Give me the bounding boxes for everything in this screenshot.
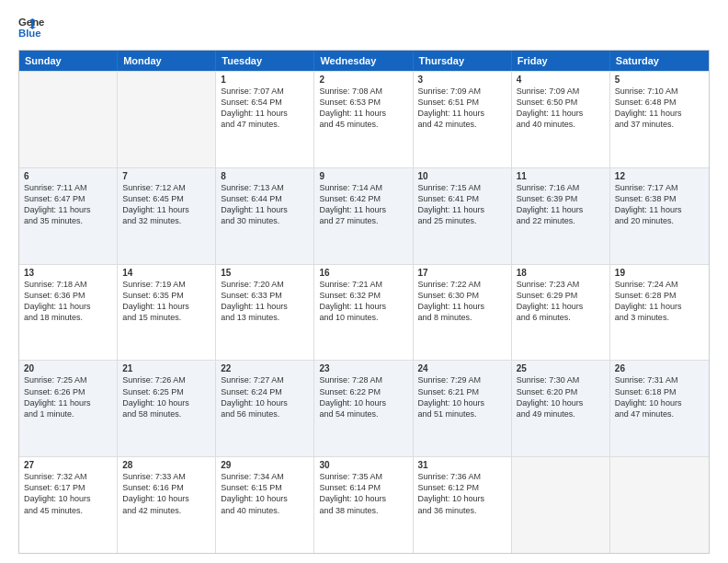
cell-line: and 15 minutes.: [122, 312, 210, 323]
cal-cell-day-14: 14Sunrise: 7:19 AMSunset: 6:35 PMDayligh…: [118, 265, 216, 361]
logo-icon: General Blue: [18, 15, 44, 40]
cal-cell-day-6: 6Sunrise: 7:11 AMSunset: 6:47 PMDaylight…: [19, 168, 118, 264]
calendar-row-2: 6Sunrise: 7:11 AMSunset: 6:47 PMDaylight…: [19, 167, 709, 264]
day-number: 24: [418, 363, 506, 373]
cell-line: Daylight: 11 hours: [418, 204, 506, 215]
header-day-wednesday: Wednesday: [314, 51, 413, 71]
cal-cell-day-9: 9Sunrise: 7:14 AMSunset: 6:42 PMDaylight…: [314, 168, 413, 264]
cell-line: and 54 minutes.: [319, 408, 407, 419]
cal-cell-day-18: 18Sunrise: 7:23 AMSunset: 6:29 PMDayligh…: [512, 265, 610, 361]
cal-cell-empty: [19, 72, 118, 167]
header-day-saturday: Saturday: [610, 51, 709, 71]
cell-line: Daylight: 11 hours: [615, 108, 704, 119]
cell-line: Sunrise: 7:19 AM: [122, 279, 210, 290]
day-number: 18: [517, 268, 605, 278]
cell-line: Sunset: 6:30 PM: [418, 290, 506, 301]
cell-line: Sunrise: 7:33 AM: [122, 471, 210, 482]
day-number: 13: [24, 268, 112, 278]
calendar-header-row: SundayMondayTuesdayWednesdayThursdayFrid…: [19, 51, 709, 71]
cell-line: and 25 minutes.: [418, 215, 506, 226]
cal-cell-empty: [512, 457, 610, 553]
cal-cell-day-21: 21Sunrise: 7:26 AMSunset: 6:25 PMDayligh…: [118, 361, 216, 456]
cell-line: Sunset: 6:16 PM: [122, 482, 210, 493]
header-day-monday: Monday: [118, 51, 216, 71]
cell-line: Sunrise: 7:26 AM: [122, 374, 210, 385]
cell-line: and 40 minutes.: [221, 505, 309, 516]
day-number: 1: [221, 75, 309, 85]
cell-line: and 3 minutes.: [615, 312, 704, 323]
cell-line: Sunset: 6:18 PM: [615, 386, 704, 397]
cal-cell-day-28: 28Sunrise: 7:33 AMSunset: 6:16 PMDayligh…: [118, 457, 216, 553]
cell-line: Sunrise: 7:09 AM: [418, 86, 506, 97]
cell-line: Sunrise: 7:28 AM: [319, 374, 407, 385]
cell-line: Daylight: 10 hours: [122, 397, 210, 408]
cell-line: and 37 minutes.: [615, 119, 704, 130]
cell-line: and 20 minutes.: [615, 215, 704, 226]
cell-line: and 42 minutes.: [418, 119, 506, 130]
cell-line: and 36 minutes.: [418, 505, 506, 516]
cell-line: Sunrise: 7:17 AM: [615, 182, 704, 193]
cell-line: Sunrise: 7:16 AM: [517, 182, 605, 193]
cell-line: Sunrise: 7:10 AM: [615, 86, 704, 97]
cell-line: Daylight: 10 hours: [418, 493, 506, 504]
day-number: 29: [221, 460, 309, 470]
cell-line: Sunset: 6:20 PM: [517, 386, 605, 397]
cell-line: Sunset: 6:42 PM: [319, 193, 407, 204]
cell-line: Daylight: 10 hours: [221, 397, 309, 408]
day-number: 6: [24, 171, 112, 181]
cell-line: and 45 minutes.: [319, 119, 407, 130]
day-number: 16: [319, 268, 407, 278]
day-number: 2: [319, 75, 407, 85]
cell-line: Sunset: 6:45 PM: [122, 193, 210, 204]
cell-line: and 42 minutes.: [122, 505, 210, 516]
cell-line: and 1 minute.: [24, 408, 112, 419]
calendar-row-1: 1Sunrise: 7:07 AMSunset: 6:54 PMDaylight…: [19, 71, 709, 167]
calendar-row-4: 20Sunrise: 7:25 AMSunset: 6:26 PMDayligh…: [19, 360, 709, 456]
cell-line: Daylight: 10 hours: [122, 493, 210, 504]
calendar: SundayMondayTuesdayWednesdayThursdayFrid…: [18, 50, 710, 554]
cal-cell-day-30: 30Sunrise: 7:35 AMSunset: 6:14 PMDayligh…: [314, 457, 413, 553]
day-number: 26: [615, 363, 704, 373]
cell-line: Sunset: 6:32 PM: [319, 290, 407, 301]
cell-line: Sunset: 6:53 PM: [319, 97, 407, 108]
cell-line: Daylight: 11 hours: [517, 108, 605, 119]
cell-line: and 32 minutes.: [122, 215, 210, 226]
cell-line: and 56 minutes.: [221, 408, 309, 419]
cal-cell-day-15: 15Sunrise: 7:20 AMSunset: 6:33 PMDayligh…: [216, 265, 314, 361]
cell-line: Sunset: 6:54 PM: [221, 97, 309, 108]
cal-cell-day-12: 12Sunrise: 7:17 AMSunset: 6:38 PMDayligh…: [610, 168, 709, 264]
cell-line: Sunset: 6:38 PM: [615, 193, 704, 204]
day-number: 23: [319, 363, 407, 373]
day-number: 9: [319, 171, 407, 181]
cell-line: Sunset: 6:44 PM: [221, 193, 309, 204]
cal-cell-day-20: 20Sunrise: 7:25 AMSunset: 6:26 PMDayligh…: [19, 361, 118, 456]
cell-line: and 27 minutes.: [319, 215, 407, 226]
cell-line: Sunset: 6:50 PM: [517, 97, 605, 108]
cell-line: Sunrise: 7:29 AM: [418, 374, 506, 385]
cell-line: Sunset: 6:12 PM: [418, 482, 506, 493]
cell-line: Sunset: 6:25 PM: [122, 386, 210, 397]
day-number: 17: [418, 268, 506, 278]
cell-line: and 6 minutes.: [517, 312, 605, 323]
cal-cell-day-3: 3Sunrise: 7:09 AMSunset: 6:51 PMDaylight…: [414, 72, 512, 167]
cal-cell-day-10: 10Sunrise: 7:15 AMSunset: 6:41 PMDayligh…: [414, 168, 512, 264]
calendar-row-3: 13Sunrise: 7:18 AMSunset: 6:36 PMDayligh…: [19, 264, 709, 361]
cell-line: Sunrise: 7:09 AM: [517, 86, 605, 97]
cell-line: Sunrise: 7:22 AM: [418, 279, 506, 290]
cal-cell-empty: [610, 457, 709, 553]
cell-line: Sunset: 6:24 PM: [221, 386, 309, 397]
cell-line: Sunrise: 7:27 AM: [221, 374, 309, 385]
cell-line: and 8 minutes.: [418, 312, 506, 323]
cell-line: and 45 minutes.: [24, 505, 112, 516]
cell-line: Sunset: 6:29 PM: [517, 290, 605, 301]
cal-cell-day-27: 27Sunrise: 7:32 AMSunset: 6:17 PMDayligh…: [19, 457, 118, 553]
cell-line: Sunset: 6:28 PM: [615, 290, 704, 301]
cal-cell-day-2: 2Sunrise: 7:08 AMSunset: 6:53 PMDaylight…: [314, 72, 413, 167]
cell-line: and 58 minutes.: [122, 408, 210, 419]
cell-line: and 47 minutes.: [221, 119, 309, 130]
cal-cell-day-4: 4Sunrise: 7:09 AMSunset: 6:50 PMDaylight…: [512, 72, 610, 167]
day-number: 11: [517, 171, 605, 181]
cell-line: Daylight: 10 hours: [24, 493, 112, 504]
day-number: 21: [122, 363, 210, 373]
day-number: 3: [418, 75, 506, 85]
